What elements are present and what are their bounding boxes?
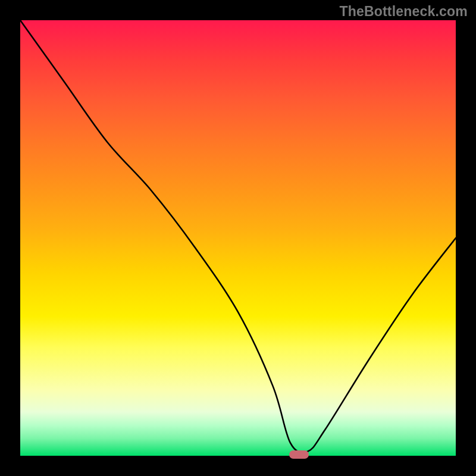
bottleneck-curve (20, 20, 456, 456)
curve-path (20, 20, 456, 453)
watermark-text: TheBottleneck.com (339, 4, 468, 20)
chart-frame: TheBottleneck.com (0, 0, 476, 476)
optimum-marker (289, 450, 309, 459)
